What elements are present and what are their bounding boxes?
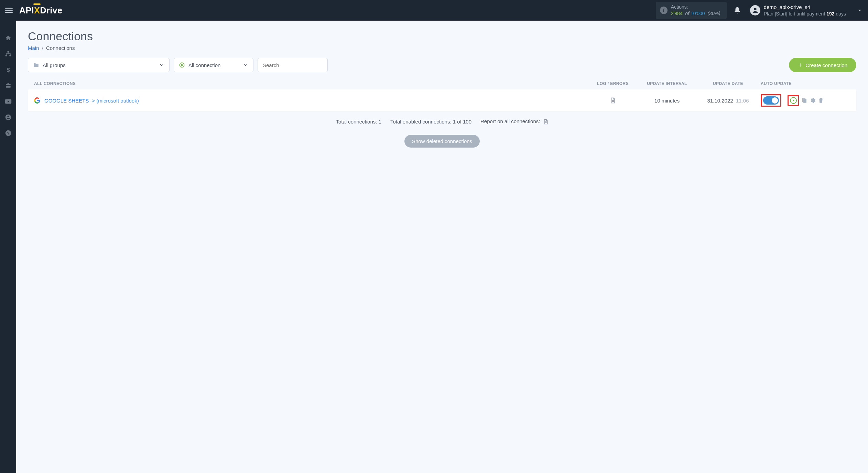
actions-label: Actions: — [671, 4, 720, 10]
actions-values: 2'984 of 10'000 (30%) — [671, 10, 720, 17]
col-date: UPDATE DATE — [695, 81, 761, 86]
status-select[interactable]: All connection — [174, 58, 253, 72]
report-label: Report on all connections: — [480, 118, 549, 125]
svg-point-3 — [754, 8, 756, 10]
run-now-button[interactable] — [790, 97, 797, 104]
logo-text-1: API — [19, 6, 34, 15]
col-interval: UPDATE INTERVAL — [639, 81, 695, 86]
row-name-cell: GOOGLE SHEETS -> (microsoft outlook) — [34, 97, 587, 104]
video-icon[interactable] — [4, 98, 12, 105]
plus-icon — [798, 63, 803, 67]
trash-icon[interactable] — [818, 97, 824, 104]
auto-update-toggle[interactable] — [763, 96, 779, 105]
svg-rect-6 — [9, 55, 11, 56]
home-icon[interactable] — [4, 34, 12, 42]
main-content: Connections Main / Connections All group… — [16, 21, 868, 473]
google-icon — [34, 97, 40, 104]
highlight-play — [788, 95, 799, 106]
actions-counter[interactable]: i Actions: 2'984 of 10'000 (30%) — [656, 2, 727, 19]
show-deleted-button[interactable]: Show deleted connections — [404, 135, 480, 148]
svg-rect-4 — [7, 51, 9, 53]
user-plan: Plan |Start| left until payment 192 days — [764, 11, 846, 17]
search-input[interactable] — [263, 62, 323, 68]
groups-label: All groups — [43, 62, 66, 68]
search-input-wrap — [258, 58, 328, 72]
svg-rect-2 — [5, 12, 13, 13]
briefcase-icon[interactable] — [4, 82, 12, 89]
folder-icon — [33, 62, 39, 68]
total-connections: Total connections: 1 — [336, 119, 381, 125]
user-avatar-icon — [750, 5, 760, 15]
filters-row: All groups All connection — [28, 58, 856, 72]
page-title: Connections — [28, 30, 856, 43]
logo-text-2: Drive — [40, 6, 62, 15]
breadcrumb-current: Connections — [46, 45, 75, 51]
breadcrumb-sep: / — [42, 45, 43, 51]
status-label: All connection — [188, 62, 220, 68]
total-enabled: Total enabled connections: 1 of 100 — [390, 119, 471, 125]
svg-text:$: $ — [7, 67, 10, 73]
play-circle-icon — [179, 62, 185, 68]
user-menu[interactable]: demo_apix-drive_s4 Plan |Start| left unt… — [750, 4, 846, 17]
billing-icon[interactable]: $ — [4, 66, 12, 74]
help-icon[interactable]: ? — [4, 129, 12, 137]
row-interval-cell: 10 minutes — [639, 98, 695, 104]
svg-point-10 — [7, 116, 9, 117]
connections-icon[interactable] — [4, 50, 12, 58]
copy-icon[interactable] — [801, 97, 807, 104]
svg-rect-1 — [5, 10, 13, 11]
connection-name-link[interactable]: GOOGLE SHEETS -> (microsoft outlook) — [44, 98, 139, 104]
chevron-down-icon[interactable] — [856, 7, 863, 14]
report-document-icon[interactable] — [543, 119, 549, 125]
chevron-down-icon — [159, 62, 164, 68]
svg-rect-5 — [5, 55, 7, 56]
hamburger-menu[interactable] — [5, 6, 13, 14]
table-header: ALL CONNECTIONS LOG / ERRORS UPDATE INTE… — [28, 78, 856, 89]
log-document-icon[interactable] — [610, 97, 616, 104]
svg-rect-14 — [803, 99, 806, 103]
highlight-toggle — [761, 94, 781, 107]
create-connection-button[interactable]: Create connection — [789, 58, 856, 72]
svg-rect-0 — [5, 8, 13, 9]
create-label: Create connection — [805, 62, 847, 68]
notifications-icon[interactable] — [734, 7, 741, 14]
col-all-connections: ALL CONNECTIONS — [34, 81, 587, 86]
logo[interactable]: APIXDrive — [19, 6, 62, 15]
row-date-cell: 31.10.2022 11:06 — [695, 98, 761, 104]
logo-text-x: X — [34, 6, 40, 15]
sidebar: $ ? — [0, 21, 16, 473]
row-log-cell — [587, 97, 639, 104]
gear-icon[interactable] — [810, 97, 816, 104]
row-actions-cell — [761, 94, 850, 107]
profile-icon[interactable] — [4, 114, 12, 121]
chevron-down-icon — [243, 62, 248, 68]
user-name: demo_apix-drive_s4 — [764, 4, 846, 11]
svg-text:?: ? — [7, 131, 9, 135]
totals-row: Total connections: 1 Total enabled conne… — [28, 118, 856, 125]
breadcrumb-main-link[interactable]: Main — [28, 45, 39, 51]
col-log: LOG / ERRORS — [587, 81, 639, 86]
info-icon: i — [660, 7, 668, 14]
breadcrumb: Main / Connections — [28, 45, 856, 51]
col-auto: AUTO UPDATE — [761, 81, 850, 86]
topbar: APIXDrive i Actions: 2'984 of 10'000 (30… — [0, 0, 868, 21]
groups-select[interactable]: All groups — [28, 58, 170, 72]
table-row: GOOGLE SHEETS -> (microsoft outlook) 10 … — [28, 89, 856, 111]
